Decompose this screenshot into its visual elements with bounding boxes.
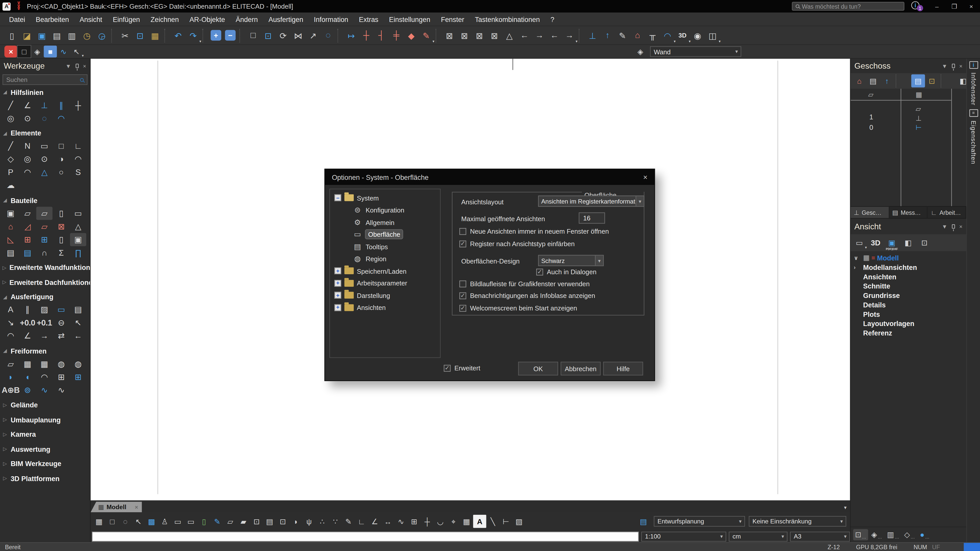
- tool-section-header[interactable]: Ausfertigung: [0, 292, 90, 302]
- view-3d-button[interactable]: 3D: [869, 236, 883, 249]
- help-circle-tangent[interactable]: ◌: [36, 111, 52, 124]
- open-file-icon[interactable]: ◪: [19, 28, 35, 43]
- storey-copy-icon[interactable]: ⊡: [250, 515, 263, 528]
- checkbox-color-tabs[interactable]: ✓ Register nach Ansichtstyp einfärben: [460, 240, 575, 247]
- view-tree-item[interactable]: Grundrisse: [851, 291, 966, 300]
- scale-dropdown[interactable]: 1:100▼: [641, 531, 726, 541]
- trim-cross-icon[interactable]: ┼: [359, 28, 374, 43]
- options-tree-item[interactable]: + Arbeitsparameter: [330, 277, 440, 289]
- library-icon[interactable]: ▥…: [885, 529, 901, 540]
- tab-arbeitsebene[interactable]: ∟ Arbeit…: [928, 207, 966, 218]
- tab-infofenster[interactable]: Infofenster: [970, 73, 977, 105]
- arrow-reference-tool[interactable]: →: [36, 329, 52, 342]
- folder-hierarchy-icon[interactable]: ⊡: [925, 74, 939, 87]
- tree-expander-icon[interactable]: ∨: [854, 254, 861, 261]
- window-tool[interactable]: ⊞: [19, 233, 36, 246]
- tool-section-header[interactable]: Elemente: [0, 128, 90, 138]
- measure-line-icon[interactable]: ∵: [329, 515, 342, 528]
- arc-angle[interactable]: △: [36, 165, 52, 179]
- menu-item[interactable]: Tastenkombinationen: [469, 15, 545, 23]
- snap-settings-icon[interactable]: ∿: [57, 46, 70, 58]
- tree-expander-box[interactable]: −: [334, 194, 341, 201]
- projection[interactable]: ⊞: [53, 370, 69, 383]
- menu-item[interactable]: Zeichnen: [145, 15, 184, 23]
- stairs-sketch-tool[interactable]: ▤: [19, 246, 36, 259]
- circle-center[interactable]: ⊙: [36, 152, 52, 165]
- tree-expander-icon[interactable]: ›: [854, 264, 861, 270]
- storey-manager-icon[interactable]: ▤: [866, 74, 880, 87]
- menu-item[interactable]: Einstellungen: [383, 15, 435, 23]
- command-input[interactable]: [92, 531, 639, 541]
- sketch-line-icon[interactable]: ✎: [342, 515, 355, 528]
- menu-item[interactable]: ?: [545, 15, 560, 23]
- light-icon[interactable]: ◉: [690, 28, 705, 43]
- tree-expander-box[interactable]: +: [334, 268, 341, 275]
- view-side-icon[interactable]: ⊠: [457, 28, 472, 43]
- circle-tangent[interactable]: ◠: [70, 152, 86, 165]
- circle-concentric[interactable]: ◎: [19, 152, 36, 165]
- duplicate-icon[interactable]: ⊡: [261, 28, 275, 43]
- free-torus[interactable]: ◍: [53, 357, 69, 370]
- format-settings-icon[interactable]: ▦: [92, 515, 105, 528]
- cut-icon[interactable]: ✂: [118, 28, 132, 43]
- select-point-icon[interactable]: ↖: [132, 515, 145, 528]
- half-sphere-icon[interactable]: ◗: [290, 515, 302, 528]
- help-parallel[interactable]: ∥: [53, 98, 69, 111]
- material-groups-icon[interactable]: ◇…: [902, 529, 917, 540]
- separator[interactable]: [337, 28, 342, 42]
- axis-corner-icon[interactable]: ∟: [355, 515, 368, 528]
- viewport-new-icon[interactable]: ▭ ▾: [853, 236, 866, 249]
- checkbox-scrollbar[interactable]: Bildlaufleiste für Grafikfenster verwend…: [460, 280, 590, 287]
- grid-jump-icon[interactable]: ⊞: [407, 515, 421, 528]
- tool-section-header[interactable]: Umbauplanung: [0, 415, 90, 424]
- opening-sum-tool[interactable]: Σ: [53, 246, 69, 259]
- vehicle-icon[interactable]: ▭: [171, 515, 184, 528]
- menu-item[interactable]: Einfügen: [107, 15, 145, 23]
- tree-expander-box[interactable]: +: [334, 304, 341, 311]
- help-line-angle[interactable]: ∠: [19, 98, 36, 111]
- separator[interactable]: [579, 28, 583, 42]
- view-top-icon[interactable]: ⊠: [472, 28, 487, 43]
- sweep-path[interactable]: ◖: [19, 370, 36, 383]
- separator[interactable]: [941, 74, 955, 87]
- camera-previous-icon[interactable]: ←: [547, 28, 562, 43]
- help-circle-point[interactable]: ⊙: [19, 111, 36, 124]
- copy-icon[interactable]: ⊡: [132, 28, 148, 43]
- view-perspective-icon[interactable]: △: [502, 28, 517, 43]
- options-tree-item[interactable]: ◍ Region: [330, 253, 440, 265]
- sketch-mode-icon[interactable]: ✎: [210, 515, 224, 528]
- tool-section-header[interactable]: Bauteile: [0, 196, 90, 205]
- tool-section-header[interactable]: Kamera: [0, 430, 90, 439]
- walk-mode-icon[interactable]: ♙: [158, 515, 171, 528]
- trim-multi-icon[interactable]: ╪: [389, 28, 404, 43]
- view-tree-item[interactable]: Layoutvorlagen: [851, 319, 966, 328]
- view-next-icon[interactable]: →: [532, 28, 547, 43]
- help-cross[interactable]: ┼: [70, 98, 86, 111]
- slab-tool[interactable]: ▱: [19, 206, 36, 219]
- slab-bottom-icon[interactable]: ▰: [237, 515, 250, 528]
- layer-dropdown[interactable]: Wand ▼: [650, 46, 741, 57]
- sweep-profile[interactable]: ◗: [3, 370, 19, 383]
- window-grid-tool[interactable]: ⊞: [36, 233, 52, 246]
- cancel-action-icon[interactable]: ×: [4, 46, 18, 58]
- zoom-out-icon[interactable]: −: [225, 30, 236, 41]
- hatch-fill-icon[interactable]: ▨: [512, 515, 525, 528]
- angle-dimension-tool[interactable]: ∠: [19, 329, 36, 342]
- cancel-button[interactable]: Abbrechen: [561, 362, 601, 375]
- slab-polygon-tool[interactable]: ▱: [36, 206, 52, 219]
- layout-manager-icon[interactable]: ⊡…: [853, 529, 868, 540]
- door-tool[interactable]: ▯: [53, 233, 69, 246]
- plan-phase-dropdown[interactable]: Entwurfsplanung▼: [654, 516, 745, 527]
- vegetation-icon[interactable]: ψ: [302, 515, 315, 528]
- storey-slab-icon[interactable]: ▱: [916, 105, 921, 113]
- free-box-shift[interactable]: ▦: [36, 357, 52, 370]
- light-area-tool[interactable]: ▭: [53, 303, 69, 316]
- zoom-in-icon[interactable]: +: [210, 30, 221, 41]
- arc-dimension-tool[interactable]: ◠: [3, 329, 19, 342]
- storey-extrude-icon[interactable]: ↑: [880, 74, 894, 87]
- tab-messen[interactable]: ▤ Mess…: [889, 207, 928, 218]
- spline[interactable]: S: [70, 165, 86, 179]
- boolean-ab[interactable]: A⊕B: [3, 383, 19, 396]
- separator[interactable]: [202, 28, 207, 42]
- chevron-down-icon[interactable]: ▼: [942, 224, 947, 230]
